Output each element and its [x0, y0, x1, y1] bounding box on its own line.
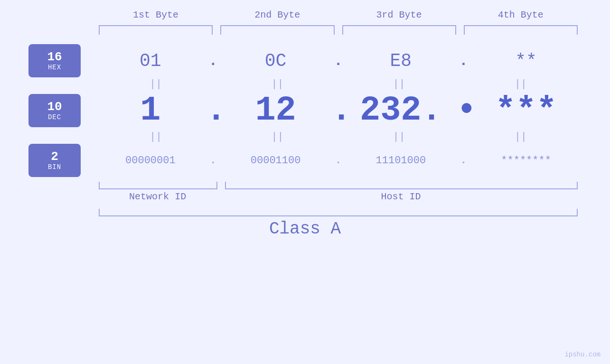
- eq3: ||: [338, 78, 460, 90]
- dec-byte1: 1: [95, 91, 206, 130]
- equals-row-1: || || || ||: [28, 78, 582, 90]
- top-brackets: [28, 25, 582, 35]
- net-id-bracket: [99, 182, 217, 189]
- bracket-4: [464, 25, 578, 35]
- byte4-header: 4th Byte: [460, 9, 582, 20]
- bin-dot2: .: [331, 155, 346, 167]
- byte-headers: 1st Byte 2nd Byte 3rd Byte 4th Byte: [28, 9, 582, 20]
- bin-row: 2 BIN 00000001 . 00001100 . 11101000 . *…: [28, 144, 582, 177]
- hex-dot1: .: [206, 52, 220, 70]
- byte2-header: 2nd Byte: [216, 9, 338, 20]
- hex-byte2: 0C: [220, 51, 331, 71]
- bin-byte4: ********: [470, 155, 582, 167]
- bin-label-box: 2 BIN: [28, 144, 81, 177]
- dec-values: 1 . 12 . 232. • ***: [95, 91, 582, 130]
- eq2: ||: [216, 78, 338, 90]
- hex-dot2: .: [331, 52, 346, 70]
- bracket-2: [220, 25, 334, 35]
- dec-label-box: 10 DEC: [28, 94, 81, 127]
- eq8: ||: [460, 131, 582, 143]
- dec-num: 10: [47, 100, 62, 114]
- byte3-header: 3rd Byte: [338, 9, 460, 20]
- hex-values: 01 . 0C . E8 . **: [95, 51, 582, 71]
- bin-byte2: 00001100: [220, 155, 331, 167]
- bin-type: BIN: [48, 163, 61, 171]
- hex-type: HEX: [48, 64, 61, 71]
- host-id-label: Host ID: [224, 191, 578, 202]
- bin-num: 2: [51, 150, 58, 164]
- bin-dot1: .: [206, 155, 220, 167]
- bin-values: 00000001 . 00001100 . 11101000 . *******…: [95, 155, 582, 167]
- hex-row: 16 HEX 01 . 0C . E8 . **: [28, 44, 582, 77]
- hex-byte3: E8: [346, 51, 457, 71]
- equals-row-2: || || || ||: [28, 131, 582, 143]
- bracket-1: [99, 25, 213, 35]
- eq5: ||: [95, 131, 216, 143]
- eq4: ||: [460, 78, 582, 90]
- eq6: ||: [216, 131, 338, 143]
- dec-byte4: ***: [470, 91, 582, 130]
- watermark: ipshu.com: [564, 351, 601, 358]
- hex-num: 16: [47, 50, 62, 64]
- dec-dot1: .: [206, 91, 220, 130]
- hex-byte1: 01: [95, 51, 206, 71]
- hex-label-box: 16 HEX: [28, 44, 81, 77]
- dec-dot2: .: [331, 91, 346, 130]
- dec-dot3: •: [456, 91, 470, 130]
- dec-byte3: 232.: [346, 91, 457, 130]
- class-row: Class A: [28, 219, 582, 239]
- main-container: 1st Byte 2nd Byte 3rd Byte 4th Byte 16 H…: [0, 0, 610, 364]
- bin-byte1: 00000001: [95, 155, 206, 167]
- class-label: Class A: [269, 219, 341, 239]
- long-bracket: [99, 209, 578, 216]
- bin-dot3: .: [456, 155, 470, 167]
- dec-row: 10 DEC 1 . 12 . 232. • ***: [28, 91, 582, 130]
- eq7: ||: [338, 131, 460, 143]
- bin-byte3: 11101000: [346, 155, 457, 167]
- hex-dot3: .: [456, 52, 470, 70]
- eq1: ||: [95, 78, 216, 90]
- network-id-label: Network ID: [99, 191, 216, 202]
- dec-type: DEC: [48, 113, 61, 121]
- long-bracket-container: [28, 209, 582, 216]
- byte1-header: 1st Byte: [95, 9, 216, 20]
- id-labels: Network ID Host ID: [28, 191, 582, 202]
- host-id-bracket: [225, 182, 578, 189]
- hex-byte4: **: [470, 51, 582, 71]
- bracket-3: [342, 25, 456, 35]
- dec-byte2: 12: [220, 91, 331, 130]
